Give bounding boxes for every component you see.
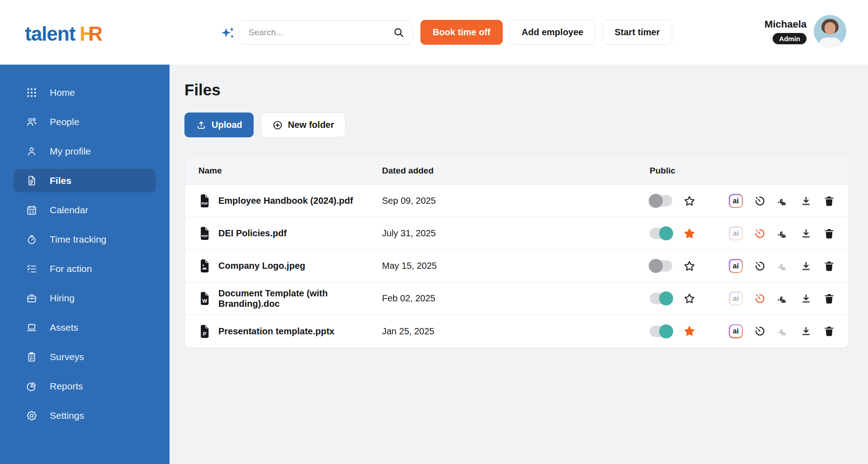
file-name[interactable]: Presentation template.pptx (218, 326, 335, 337)
sidebar-item-label: Hiring (50, 293, 75, 304)
signature-icon[interactable] (777, 195, 789, 207)
public-toggle[interactable] (650, 260, 672, 272)
name-cell: P Presentation template.pptx (198, 324, 382, 338)
upload-button[interactable]: Upload (184, 112, 254, 137)
name-cell: Company Logo.jpeg (198, 259, 382, 273)
signature-icon[interactable] (777, 228, 789, 239)
signature-icon[interactable] (777, 293, 789, 305)
brand-logo[interactable]: talentHR (25, 23, 102, 45)
file-date: Feb 02, 2025 (382, 293, 650, 304)
plus-circle-icon (272, 120, 283, 131)
download-icon[interactable] (800, 325, 812, 337)
history-icon[interactable] (754, 195, 766, 207)
table-row: PDF DEI Policies.pdf July 31, 2025 ai (185, 217, 849, 250)
new-folder-button[interactable]: New folder (261, 112, 345, 137)
book-time-off-button[interactable]: Book time off (420, 20, 503, 45)
name-cell: W Document Template (with Branding).doc (198, 288, 382, 309)
download-icon[interactable] (800, 195, 812, 207)
svg-text:W: W (202, 298, 207, 304)
sidebar-item-assets[interactable]: Assets (14, 316, 156, 339)
files-table: Name Dated added Public PDF Employee Han… (184, 156, 849, 348)
favorite-star-icon[interactable] (683, 292, 696, 305)
sidebar-items: Home People My profile Files Calendar Ti… (0, 81, 170, 427)
sidebar-item-time-tracking[interactable]: Time tracking (14, 228, 156, 251)
start-timer-button[interactable]: Start timer (602, 20, 672, 45)
sidebar-item-files[interactable]: Files (14, 169, 156, 192)
sidebar-item-my-profile[interactable]: My profile (14, 140, 156, 163)
user-block: Michaela Admin (764, 15, 846, 47)
signature-icon[interactable] (777, 260, 789, 272)
ai-icon[interactable]: ai (729, 324, 743, 338)
add-employee-button[interactable]: Add employee (509, 20, 596, 45)
sidebar-item-people[interactable]: People (14, 110, 156, 134)
trash-icon[interactable] (823, 228, 835, 239)
favorite-star-icon[interactable] (683, 195, 696, 207)
sparkles-icon[interactable] (220, 26, 236, 41)
file-type-icon: P (198, 324, 211, 338)
history-icon[interactable] (754, 325, 766, 337)
history-icon[interactable] (754, 260, 766, 272)
trash-icon[interactable] (823, 325, 835, 337)
search-icon[interactable] (393, 27, 405, 38)
sidebar-item-calendar[interactable]: Calendar (14, 198, 156, 222)
favorite-star-icon[interactable] (683, 325, 696, 337)
settings-icon (26, 410, 38, 422)
file-date: July 31, 2025 (382, 228, 650, 239)
sidebar-item-label: Calendar (50, 205, 88, 216)
ai-icon[interactable]: ai (729, 194, 743, 208)
sidebar-nav: Home People My profile Files Calendar Ti… (0, 65, 170, 464)
file-name[interactable]: DEI Policies.pdf (218, 228, 287, 239)
sidebar-item-reports[interactable]: Reports (14, 375, 156, 398)
download-icon[interactable] (800, 260, 812, 272)
history-icon[interactable] (754, 293, 766, 305)
sidebar-item-for-action[interactable]: For action (14, 257, 156, 281)
public-toggle[interactable] (650, 293, 672, 304)
trash-icon[interactable] (823, 293, 835, 305)
public-toggle[interactable] (650, 195, 672, 206)
people-icon (26, 116, 38, 128)
toggle-knob (659, 291, 673, 305)
row-actions: ai (729, 324, 835, 338)
file-name[interactable]: Company Logo.jpeg (218, 261, 305, 271)
file-type-icon (198, 259, 211, 273)
download-icon[interactable] (800, 293, 812, 305)
sidebar-item-settings[interactable]: Settings (14, 404, 156, 427)
file-type-icon: PDF (198, 194, 211, 208)
file-name[interactable]: Employee Handbook (2024).pdf (218, 196, 353, 206)
ai-icon[interactable]: ai (729, 226, 743, 240)
public-toggle[interactable] (650, 326, 672, 337)
user-meta: Michaela Admin (764, 19, 807, 44)
signature-icon[interactable] (777, 325, 789, 337)
history-icon[interactable] (754, 228, 766, 239)
top-header: talentHR Book time off Add employee Star… (0, 0, 868, 65)
assets-icon (26, 322, 38, 333)
search-input[interactable] (238, 20, 413, 45)
toggle-knob (649, 259, 663, 273)
row-actions: ai (729, 226, 835, 240)
toggle-knob (659, 324, 673, 338)
download-icon[interactable] (800, 228, 812, 239)
files-icon (26, 175, 38, 187)
for-action-icon (26, 263, 38, 275)
favorite-star-icon[interactable] (683, 260, 696, 272)
public-toggle[interactable] (650, 228, 672, 239)
file-name[interactable]: Document Template (with Branding).doc (218, 288, 382, 309)
sidebar-item-label: For action (50, 263, 92, 274)
sidebar-item-surveys[interactable]: Surveys (14, 345, 156, 369)
table-body: PDF Employee Handbook (2024).pdf Sep 09,… (185, 185, 849, 347)
file-type-icon: W (198, 291, 211, 305)
sidebar-item-home[interactable]: Home (14, 81, 156, 104)
avatar[interactable] (814, 15, 846, 47)
sidebar-item-hiring[interactable]: Hiring (14, 286, 156, 310)
ai-icon[interactable]: ai (729, 259, 743, 273)
row-actions: ai (729, 194, 835, 208)
table-row: P Presentation template.pptx Jan 25, 202… (185, 315, 849, 347)
favorite-star-icon[interactable] (683, 227, 696, 240)
trash-icon[interactable] (823, 260, 835, 272)
ai-icon[interactable]: ai (729, 291, 743, 305)
row-actions: ai (729, 259, 835, 273)
sidebar-item-label: Time tracking (50, 234, 106, 245)
user-role-badge: Admin (773, 33, 807, 44)
trash-icon[interactable] (823, 195, 835, 207)
header-actions: Book time off Add employee Start timer (420, 20, 672, 45)
